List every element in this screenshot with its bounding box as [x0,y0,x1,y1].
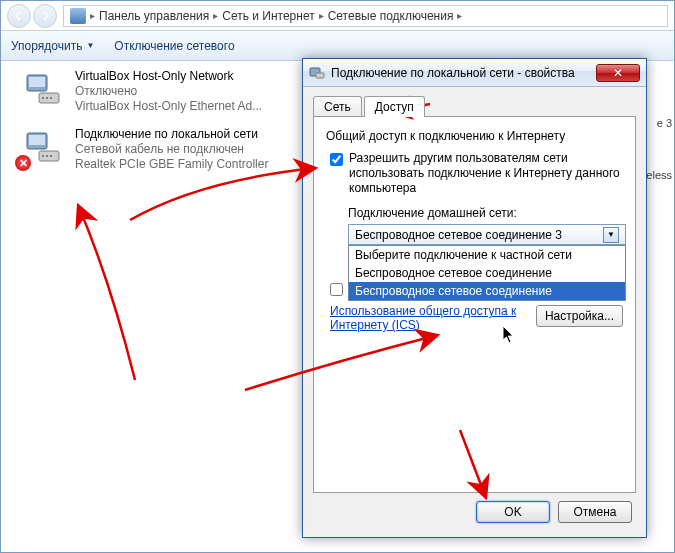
tab-label: Доступ [375,100,414,114]
ok-button[interactable]: OK [476,501,550,523]
properties-dialog: Подключение по локальной сети - свойства… [302,58,647,538]
close-icon: ✕ [613,66,623,80]
button-label: Отмена [573,505,616,519]
chevron-right-icon: ▸ [319,10,324,21]
chevron-right-icon: ▸ [90,10,95,21]
svg-point-9 [42,155,44,157]
organize-menu[interactable]: Упорядочить ▼ [11,39,94,53]
svg-point-10 [46,155,48,157]
nav-buttons [7,4,57,28]
dropdown-list: Выберите подключение к частной сети Бесп… [348,245,626,301]
tab-label: Сеть [324,100,351,114]
connection-status: Отключено [75,84,262,98]
truncated-text: reless [643,169,672,181]
disable-label: Отключение сетевого [114,39,234,53]
adapter-icon [309,65,325,81]
address-bar: ▸ Панель управления ▸ Сеть и Интернет ▸ … [1,1,674,31]
back-button[interactable] [7,4,31,28]
tab-network[interactable]: Сеть [313,96,362,117]
allow-sharing-label: Разрешить другим пользователям сети испо… [349,151,623,196]
selected-value: Беспроводное сетевое соединение 3 [355,228,562,242]
forward-button[interactable] [33,4,57,28]
svg-point-11 [50,155,52,157]
close-button[interactable]: ✕ [596,64,640,82]
connection-status: Сетевой кабель не подключен [75,142,268,156]
chevron-down-icon: ▼ [86,41,94,50]
ics-help-link[interactable]: Использование общего доступа к Интернету… [330,304,530,332]
button-label: OK [504,505,521,519]
svg-rect-7 [29,135,45,145]
dialog-title: Подключение по локальной сети - свойства [331,66,590,80]
tab-access[interactable]: Доступ [364,96,425,117]
svg-point-3 [42,97,44,99]
home-connection-select[interactable]: Беспроводное сетевое соединение 3 ▼ [348,224,626,245]
button-label: Настройка... [545,309,614,323]
crumb-network[interactable]: Сеть и Интернет [222,9,314,23]
crumb-control-panel[interactable]: Панель управления [99,9,209,23]
connection-name: Подключение по локальной сети [75,127,268,141]
connection-adapter: Realtek PCIe GBE Family Controller [75,157,268,171]
allow-sharing-checkbox[interactable] [330,153,343,166]
command-bar: Упорядочить ▼ Отключение сетевого [1,31,674,61]
network-adapter-icon [21,69,65,109]
cancel-button[interactable]: Отмена [558,501,632,523]
group-heading: Общий доступ к подключению к Интернету [326,129,623,143]
network-folder-icon [70,8,86,24]
tab-panel-access: Общий доступ к подключению к Интернету Р… [313,116,636,493]
dropdown-option[interactable]: Выберите подключение к частной сети [349,246,625,264]
home-connection-label: Подключение домашней сети: [348,206,623,220]
svg-point-5 [50,97,52,99]
dropdown-option[interactable]: Беспроводное сетевое соединение [349,282,625,300]
svg-rect-1 [29,77,45,87]
chevron-right-icon: ▸ [213,10,218,21]
dropdown-option[interactable]: Беспроводное сетевое соединение [349,264,625,282]
connection-name: VirtualBox Host-Only Network [75,69,262,83]
crumb-connections[interactable]: Сетевые подключения [328,9,454,23]
cursor-icon [502,325,516,345]
allow-control-checkbox[interactable] [330,283,343,296]
network-adapter-icon: ✕ [21,127,65,167]
settings-button[interactable]: Настройка... [536,305,623,327]
disable-device-menu[interactable]: Отключение сетевого [114,39,234,53]
error-icon: ✕ [15,155,31,171]
connection-adapter: VirtualBox Host-Only Ethernet Ad... [75,99,262,113]
chevron-down-icon: ▼ [603,227,619,243]
chevron-right-icon: ▸ [457,10,462,21]
truncated-text: е 3 [657,117,672,129]
svg-point-4 [46,97,48,99]
dialog-button-row: OK Отмена [313,493,636,527]
tab-strip: Сеть Доступ [313,96,636,117]
svg-rect-13 [316,73,324,78]
organize-label: Упорядочить [11,39,82,53]
dialog-titlebar[interactable]: Подключение по локальной сети - свойства… [303,59,646,87]
breadcrumb[interactable]: ▸ Панель управления ▸ Сеть и Интернет ▸ … [63,5,668,27]
